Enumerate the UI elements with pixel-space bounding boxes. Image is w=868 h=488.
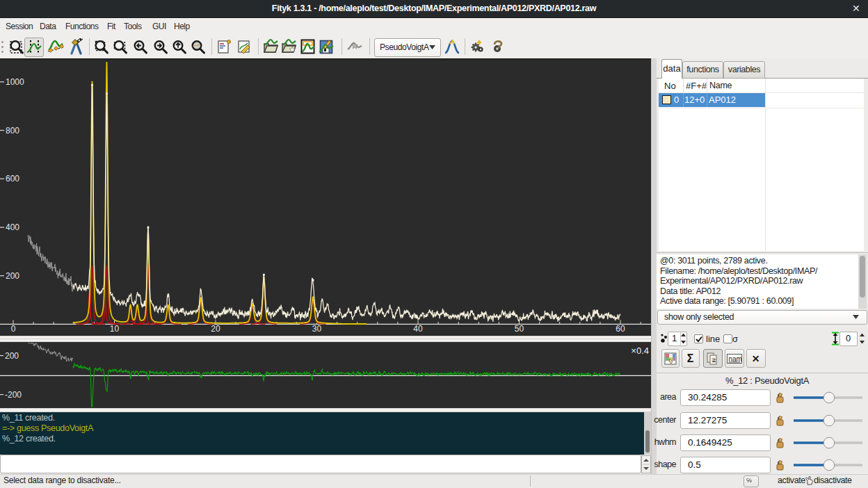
svg-text:400: 400 (6, 222, 19, 232)
svg-text:30: 30 (312, 324, 322, 334)
svg-text:×0.4: ×0.4 (631, 345, 649, 356)
svg-text:10: 10 (110, 324, 120, 334)
svg-text:200: 200 (6, 271, 19, 281)
svg-text:≩: ≩ (712, 357, 716, 363)
svg-text:60: 60 (616, 324, 625, 334)
svg-text:0: 0 (11, 324, 16, 334)
svg-text:200: 200 (5, 351, 19, 361)
svg-text:-200: -200 (5, 390, 22, 400)
svg-text:800: 800 (6, 126, 19, 136)
svg-text:50: 50 (515, 324, 524, 334)
svg-text:20: 20 (211, 324, 220, 334)
svg-text:nam: nam (728, 355, 741, 362)
svg-text:600: 600 (6, 174, 19, 184)
svg-text:1000: 1000 (6, 77, 24, 87)
svg-text:40: 40 (413, 324, 423, 334)
